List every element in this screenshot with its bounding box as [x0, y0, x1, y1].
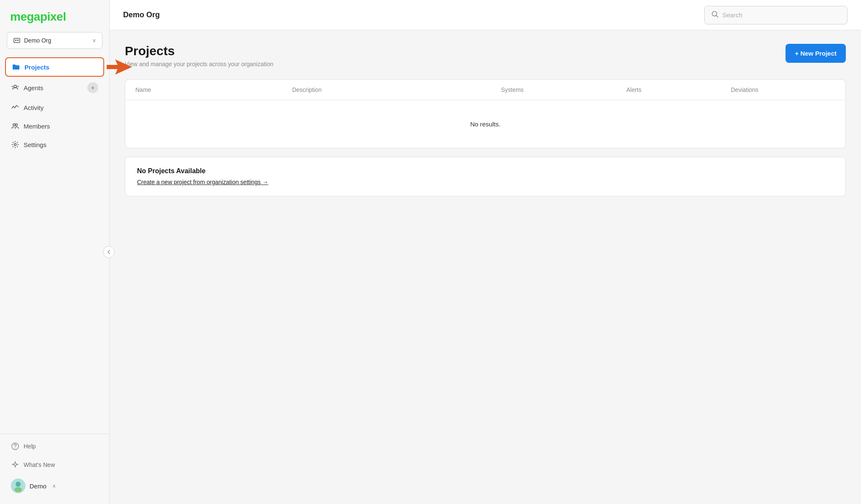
table-empty-message: No results.	[125, 100, 845, 148]
sidebar-item-settings[interactable]: Settings	[5, 136, 104, 153]
app-logo: megapixel	[10, 10, 66, 23]
sidebar-item-projects[interactable]: Projects	[5, 57, 104, 77]
activity-icon	[11, 103, 19, 112]
sparkle-icon	[11, 461, 19, 469]
sidebar-item-agents-label: Agents	[24, 84, 83, 91]
settings-icon	[11, 140, 19, 149]
sidebar-item-settings-label: Settings	[24, 141, 98, 148]
svg-point-8	[14, 144, 16, 146]
top-header: Demo Org Search	[110, 0, 861, 30]
org-selector[interactable]: Demo Org ∨	[7, 32, 102, 49]
col-systems: Systems	[501, 86, 626, 93]
logo-area: megapixel	[0, 0, 109, 32]
svg-point-10	[15, 448, 16, 449]
sidebar-item-agents[interactable]: Agents +	[5, 78, 104, 98]
sidebar-collapse-button[interactable]	[103, 246, 115, 258]
svg-rect-0	[14, 38, 20, 43]
svg-point-12	[16, 482, 21, 487]
no-projects-title: No Projects Available	[137, 167, 834, 175]
members-icon	[11, 122, 19, 130]
user-name: Demo	[30, 483, 46, 490]
user-chevron-icon: ∧	[52, 483, 56, 489]
svg-point-6	[13, 124, 15, 126]
page-title: Projects	[125, 44, 273, 58]
sidebar-item-help[interactable]: Help	[5, 437, 104, 455]
new-project-button[interactable]: + New Project	[786, 44, 846, 63]
avatar	[11, 479, 25, 493]
svg-rect-2	[17, 40, 19, 41]
org-chevron-icon: ∨	[92, 38, 96, 43]
projects-table: Name Description Systems Alerts Deviatio…	[125, 79, 846, 148]
agents-add-button[interactable]: +	[87, 82, 98, 93]
arrow-annotation	[107, 59, 132, 75]
col-alerts: Alerts	[626, 86, 731, 93]
svg-line-15	[716, 15, 718, 17]
nav-items: Projects Agents +	[0, 56, 109, 434]
sidebar-item-members[interactable]: Members	[5, 117, 104, 135]
create-project-link[interactable]: Create a new project from organization s…	[137, 179, 268, 185]
col-name: Name	[135, 86, 292, 93]
org-selector-name: Demo Org	[24, 37, 89, 44]
svg-point-7	[16, 124, 18, 126]
page-title-block: Projects View and manage your projects a…	[125, 44, 273, 67]
col-deviations: Deviations	[731, 86, 835, 93]
page-header: Projects View and manage your projects a…	[125, 44, 846, 67]
svg-point-13	[14, 487, 22, 492]
header-org-title: Demo Org	[123, 11, 160, 19]
user-menu[interactable]: Demo ∧	[5, 475, 104, 497]
svg-point-5	[14, 85, 16, 88]
page-subtitle: View and manage your projects across you…	[125, 61, 273, 67]
sidebar-bottom: Help What's New Demo ∧	[0, 434, 109, 504]
sidebar-item-whats-new-label: What's New	[24, 461, 98, 468]
table-header: Name Description Systems Alerts Deviatio…	[125, 80, 845, 100]
org-icon	[13, 37, 21, 44]
svg-rect-1	[15, 40, 16, 41]
svg-rect-4	[107, 65, 119, 69]
folder-icon	[12, 63, 20, 71]
col-description: Description	[292, 86, 501, 93]
search-placeholder: Search	[722, 11, 743, 19]
search-box[interactable]: Search	[704, 6, 848, 24]
sidebar-item-members-label: Members	[24, 123, 98, 130]
sidebar: megapixel Demo Org ∨ Projects	[0, 0, 110, 504]
sidebar-item-activity-label: Activity	[24, 104, 98, 111]
search-icon	[711, 11, 719, 20]
new-project-label: + New Project	[795, 50, 837, 57]
no-projects-card: No Projects Available Create a new proje…	[125, 157, 846, 196]
page-content: Projects View and manage your projects a…	[110, 30, 861, 504]
main-content: Demo Org Search Projects View and manage…	[110, 0, 861, 504]
sidebar-item-help-label: Help	[24, 443, 98, 450]
sidebar-item-activity[interactable]: Activity	[5, 99, 104, 116]
help-icon	[11, 442, 19, 450]
agents-icon	[11, 83, 19, 92]
sidebar-item-projects-label: Projects	[24, 64, 97, 71]
sidebar-item-whats-new[interactable]: What's New	[5, 456, 104, 474]
